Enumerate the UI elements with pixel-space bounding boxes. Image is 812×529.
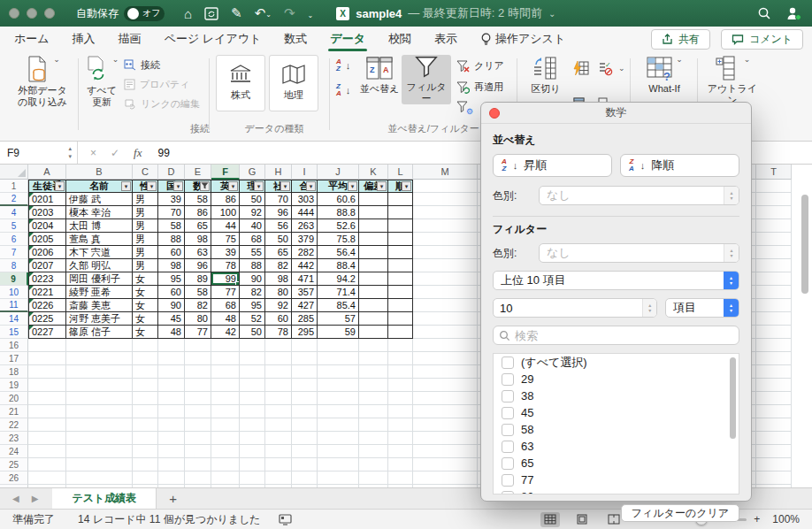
cell-K15[interactable] (359, 326, 388, 339)
cell-C26[interactable] (133, 472, 158, 485)
cell-I11[interactable]: 427 (292, 299, 318, 312)
cell-M6[interactable] (413, 233, 478, 246)
cell-C6[interactable]: 男 (133, 233, 158, 246)
cell-M9[interactable] (413, 272, 478, 286)
row-header-17[interactable]: 17 (0, 352, 28, 365)
cell-F4[interactable]: 100 (211, 206, 240, 219)
row-header-24[interactable]: 24 (0, 445, 28, 458)
tab-0[interactable]: ホーム (14, 27, 50, 51)
cell-F9[interactable]: 99 (211, 272, 240, 286)
cell-I18[interactable] (292, 365, 318, 379)
cell-A25[interactable] (28, 458, 66, 472)
cell-M17[interactable] (413, 352, 478, 365)
row-header-21[interactable]: 21 (0, 405, 28, 418)
cell-L14[interactable] (388, 312, 413, 326)
cell-B14[interactable]: 河野 恵美子 (66, 312, 133, 326)
cell-F24[interactable] (211, 445, 240, 458)
cell-C10[interactable]: 女 (133, 286, 158, 299)
checkbox-unchecked-icon[interactable] (502, 457, 514, 470)
add-sheet-button[interactable]: + (157, 488, 189, 510)
cell-L8[interactable] (388, 259, 413, 272)
cell-J4[interactable]: 88.8 (318, 206, 359, 219)
cell-D20[interactable] (158, 392, 185, 405)
column-header-J[interactable]: J (318, 165, 359, 180)
row-header-25[interactable]: 25 (0, 458, 28, 472)
cell-B26[interactable] (66, 472, 133, 485)
cell-D10[interactable]: 60 (158, 286, 185, 299)
cell-A6[interactable]: 0205 (28, 233, 66, 246)
column-header-G[interactable]: G (240, 165, 265, 180)
column-header-C[interactable]: C (133, 165, 158, 180)
cell-T8[interactable] (756, 259, 792, 272)
filter-list-item[interactable]: 45 (494, 404, 739, 421)
cell-F8[interactable]: 78 (211, 259, 240, 272)
cell-E16[interactable] (185, 339, 211, 352)
cell-E8[interactable]: 96 (185, 259, 211, 272)
cell-G17[interactable] (240, 352, 265, 365)
cell-F18[interactable] (211, 365, 240, 379)
row-header-22[interactable]: 22 (0, 418, 28, 432)
cell-H14[interactable]: 60 (265, 312, 292, 326)
cell-I4[interactable]: 444 (292, 206, 318, 219)
cell-T2[interactable] (756, 193, 792, 206)
cell-K11[interactable] (359, 299, 388, 312)
cell-H11[interactable]: 92 (265, 299, 292, 312)
cell-F7[interactable]: 39 (211, 246, 240, 259)
cell-D23[interactable] (158, 432, 185, 445)
clear-filter-button[interactable]: フィルターのクリア (621, 504, 739, 522)
row-header-14[interactable]: 14 (0, 312, 28, 326)
row-header-9[interactable]: 9 (0, 272, 28, 286)
sort-button[interactable]: ZA 並べ替え (356, 55, 403, 95)
cell-C20[interactable] (133, 392, 158, 405)
cell-B5[interactable]: 太田 博 (66, 219, 133, 233)
cell-J15[interactable]: 59 (318, 326, 359, 339)
cell-H21[interactable] (265, 405, 292, 418)
column-header-T[interactable]: T (756, 165, 792, 180)
cell-M23[interactable] (413, 432, 478, 445)
cell-K7[interactable] (359, 246, 388, 259)
cell-T6[interactable] (756, 233, 792, 246)
cell-I5[interactable]: 263 (292, 219, 318, 233)
cell-C11[interactable]: 女 (133, 299, 158, 312)
next-sheet-icon[interactable]: ▶ (32, 494, 39, 503)
checkbox-unchecked-icon[interactable] (502, 491, 514, 495)
header-cell-K1[interactable]: 偏差▾ (359, 180, 388, 193)
cell-D25[interactable] (158, 458, 185, 472)
filter-list-item[interactable]: 65 (494, 455, 739, 472)
cell-M25[interactable] (413, 458, 478, 472)
cell-B21[interactable] (66, 405, 133, 418)
cell-L18[interactable] (388, 365, 413, 379)
cell-H26[interactable] (265, 472, 292, 485)
row-header-6[interactable]: 6 (0, 233, 28, 246)
cell-L23[interactable] (388, 432, 413, 445)
cell-D5[interactable]: 58 (158, 219, 185, 233)
cell-L5[interactable] (388, 219, 413, 233)
select-all-corner[interactable] (0, 165, 28, 180)
cell-G6[interactable]: 68 (240, 233, 265, 246)
cell-M1[interactable] (413, 180, 478, 193)
cell-T11[interactable] (756, 299, 792, 312)
filter-applied-icon[interactable] (200, 181, 210, 191)
cell-E19[interactable] (185, 379, 211, 392)
cell-F23[interactable] (211, 432, 240, 445)
cell-M10[interactable] (413, 286, 478, 299)
cell-D18[interactable] (158, 365, 185, 379)
cell-L26[interactable] (388, 472, 413, 485)
cell-I6[interactable]: 379 (292, 233, 318, 246)
cell-I9[interactable]: 471 (292, 272, 318, 286)
filter-dropdown-icon[interactable]: ▾ (280, 181, 290, 191)
cell-B9[interactable]: 岡田 優利子 (66, 272, 133, 286)
cell-L11[interactable] (388, 299, 413, 312)
cell-H24[interactable] (265, 445, 292, 458)
cell-E17[interactable] (185, 352, 211, 365)
cell-I20[interactable] (292, 392, 318, 405)
cell-C16[interactable] (133, 339, 158, 352)
cell-B15[interactable]: 篠原 信子 (66, 326, 133, 339)
cell-E18[interactable] (185, 365, 211, 379)
row-header-10[interactable]: 10 (0, 286, 28, 299)
dialog-close-button[interactable] (489, 108, 500, 119)
tab-6[interactable]: 校閲 (388, 27, 411, 51)
sort-az-button[interactable]: AZ↓ (336, 58, 350, 73)
cell-K18[interactable] (359, 365, 388, 379)
cell-G9[interactable]: 90 (240, 272, 265, 286)
